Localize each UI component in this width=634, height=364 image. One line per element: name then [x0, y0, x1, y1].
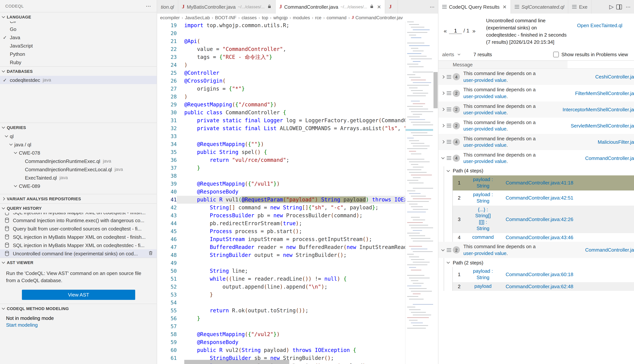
query-tree-item[interactable]: CWE-089: [0, 182, 157, 190]
path-step[interactable]: 2payloadCommandController.java:62:48: [453, 282, 634, 291]
user-provided-value-link[interactable]: user-provided value: [463, 158, 506, 164]
editor-horizontal-scrollbar[interactable]: [184, 360, 289, 364]
path-step[interactable]: 3{...} :String[][[]] :StringCommandContr…: [453, 206, 634, 233]
alert-file-link[interactable]: FilterMemShellController.ja: [575, 90, 634, 96]
split-editor-icon[interactable]: [616, 4, 622, 9]
section-queries-header[interactable]: QUERIES: [0, 123, 157, 132]
query-tree-item[interactable]: CWE-078: [0, 148, 157, 157]
step-location-link[interactable]: CommandController.java:62:48: [506, 284, 573, 289]
path-step[interactable]: 4commandCommandController.java:43:46: [453, 233, 634, 242]
chevron-right-icon[interactable]: [440, 108, 446, 110]
chevron-right-icon[interactable]: [440, 141, 446, 143]
step-label[interactable]: command: [466, 234, 500, 241]
results-tab-sqlconcatenated-ql[interactable]: SqlConcatenated.ql: [511, 0, 568, 14]
chevron-down-icon[interactable]: [440, 249, 446, 251]
path-step[interactable]: 1payload :StringCommandController.java:4…: [453, 176, 634, 190]
query-tree-item[interactable]: ql: [0, 132, 157, 140]
chevron-down-icon[interactable]: [440, 157, 446, 159]
sidebar-item-language-java[interactable]: ✓Java: [0, 33, 157, 42]
sidebar-item-language-go[interactable]: Go: [0, 25, 157, 33]
step-label[interactable]: payload: [466, 283, 500, 290]
tabbar-overflow-icon[interactable]: ⋯: [430, 0, 435, 14]
step-label[interactable]: payload :String: [466, 192, 500, 204]
breadcrumb-item[interactable]: whgojp: [273, 15, 288, 20]
chevron-right-icon[interactable]: [440, 124, 446, 127]
breadcrumb-item[interactable]: rce: [315, 15, 321, 20]
query-tree-item[interactable]: java / ql: [0, 140, 157, 148]
scrollbar-thumb[interactable]: [434, 72, 438, 108]
query-history-item[interactable]: SQL injection in MyBatis Mapper XML on c…: [0, 241, 157, 249]
path-step[interactable]: 2payload :StringCommandController.java:4…: [453, 190, 634, 206]
alert-row[interactable]: 2This command line depends on auser-prov…: [438, 101, 634, 118]
section-ast-viewer-header[interactable]: AST VIEWER: [0, 258, 157, 267]
chevron-right-icon[interactable]: [440, 76, 446, 78]
start-modeling-link[interactable]: Start modeling: [6, 322, 38, 328]
run-query-icon[interactable]: ▷: [609, 4, 614, 10]
minimap[interactable]: [405, 22, 433, 364]
pager-prev-icon[interactable]: «: [442, 27, 448, 34]
database-item[interactable]: ✓codeqltestdecjava: [0, 76, 157, 84]
section-query-history-header[interactable]: QUERY HISTORY: [0, 204, 157, 213]
user-provided-value-link[interactable]: user-provided value: [463, 110, 506, 116]
alert-file-link[interactable]: CommandController.ja: [585, 247, 634, 253]
section-method-modeling-header[interactable]: CODEQL METHOD MODELING: [0, 304, 157, 313]
step-location-link[interactable]: CommandController.java:42:26: [506, 216, 573, 222]
path-header[interactable]: Path (4 steps): [444, 166, 634, 176]
editor-tab-mybatiscontroller-java[interactable]: JMyBatisController.java~/.../classes/...: [178, 0, 275, 14]
section-variant-analysis-header[interactable]: VARIANT ANALYSIS REPOSITORIES: [0, 194, 157, 203]
editor-tab-tion-ql[interactable]: tion.ql: [157, 0, 178, 14]
user-provided-value-link[interactable]: user-provided value: [463, 77, 506, 83]
breadcrumb-item[interactable]: command: [327, 15, 347, 20]
editor-tab[interactable]: J: [385, 0, 398, 14]
sidebar-more-actions-icon[interactable]: ⋯: [146, 3, 151, 9]
step-location-link[interactable]: CommandController.java:42:51: [506, 195, 573, 201]
close-icon[interactable]: ✕: [377, 4, 381, 10]
sidebar-item-language-javascript[interactable]: JavaScript: [0, 42, 157, 50]
close-icon[interactable]: ✕: [503, 4, 507, 10]
breadcrumb[interactable]: ecompiler›JavaSecLab›BOOT-INF›classes›to…: [157, 14, 438, 22]
path-step[interactable]: 1payload :StringCommandController.java:6…: [453, 267, 634, 282]
alert-file-link[interactable]: ServletMemShellController.ja: [571, 123, 634, 128]
page-number-input[interactable]: [449, 27, 462, 34]
view-mode-dropdown[interactable]: alerts: [442, 52, 460, 58]
show-problems-checkbox[interactable]: [553, 52, 559, 58]
alert-file-link[interactable]: CommandController.ja: [585, 156, 634, 161]
alert-file-link[interactable]: CeshiController.ja: [595, 74, 634, 80]
query-tree-item[interactable]: CommandInjectionRuntimeExec.qljava: [0, 157, 157, 165]
query-history-item[interactable]: Command Injection into Runtime.exec() wi…: [0, 216, 157, 224]
breadcrumb-item[interactable]: CommandController.jav: [356, 15, 403, 20]
code-editor[interactable]: 19import top.whgojp.common.utils.R;2021@…: [157, 22, 438, 364]
pager-next-icon[interactable]: »: [471, 27, 477, 34]
query-history-item[interactable]: Uncontrolled command line (experimental …: [0, 249, 157, 258]
alert-row[interactable]: 4This command line depends on auser-prov…: [438, 134, 634, 150]
breadcrumb-item[interactable]: classes: [242, 15, 257, 20]
sidebar-item-language-c#[interactable]: C#: [0, 22, 157, 25]
user-provided-value-link[interactable]: user-provided value: [463, 250, 506, 256]
path-header[interactable]: Path (2 steps): [444, 258, 634, 267]
query-tree-item[interactable]: CommandInjectionRuntimeExecLocal.qljava: [0, 165, 157, 174]
user-provided-value-link[interactable]: user-provided value: [463, 126, 506, 132]
user-provided-value-link[interactable]: user-provided value: [463, 94, 506, 99]
query-tree-item[interactable]: ExecTainted.qljava: [0, 174, 157, 182]
step-label[interactable]: payload :String: [466, 268, 500, 281]
sidebar-item-language-python[interactable]: Python: [0, 50, 157, 58]
alert-row[interactable]: 4This command line depends on auser-prov…: [438, 150, 634, 166]
step-label[interactable]: payload :String: [466, 176, 500, 189]
step-location-link[interactable]: CommandController.java:43:46: [506, 234, 573, 240]
chevron-right-icon[interactable]: [440, 92, 446, 94]
breadcrumb-item[interactable]: ecompiler: [160, 15, 180, 20]
step-location-link[interactable]: CommandController.java:60:18: [506, 272, 573, 278]
alert-row[interactable]: 2This command line depends on auser-prov…: [438, 118, 634, 134]
breadcrumb-item[interactable]: JavaSecLab: [185, 15, 210, 20]
alert-row[interactable]: 2This command line depends on auser-prov…: [438, 85, 634, 101]
step-label[interactable]: {...} :String[][[]] :String: [466, 206, 500, 232]
alert-row[interactable]: 2This command line depends on auser-prov…: [438, 242, 634, 258]
breadcrumb-item[interactable]: BOOT-INF: [215, 15, 236, 20]
results-tab-codeql-query-results[interactable]: CodeQL Query Results✕: [438, 0, 511, 14]
editor-tab-commandcontroller-java[interactable]: JCommandController.java~/.../classes/...…: [275, 0, 385, 14]
open-query-link[interactable]: Open ExecTainted.ql: [568, 22, 631, 46]
editor-vertical-scrollbar[interactable]: [433, 22, 438, 364]
query-history-item[interactable]: Query built from user-controlled sources…: [0, 224, 157, 233]
sidebar-item-language-ruby[interactable]: Ruby: [0, 58, 157, 66]
query-history-item[interactable]: SQL injection in MyBatis Mapper XML on c…: [0, 213, 157, 216]
